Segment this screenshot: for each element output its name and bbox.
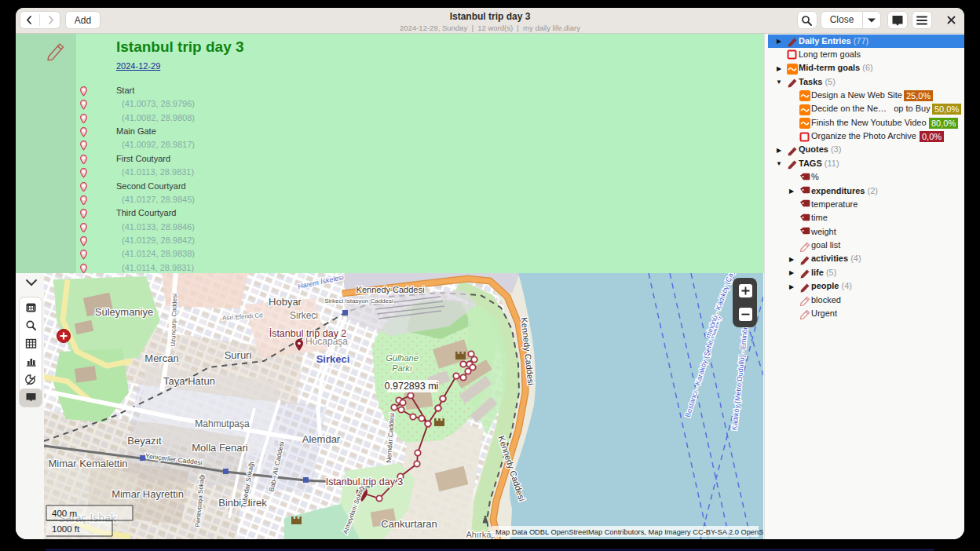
svg-text:Kennedy Caddesi: Kennedy Caddesi bbox=[357, 285, 425, 294]
svg-text:Mahmutpaşa: Mahmutpaşa bbox=[195, 418, 250, 429]
svg-text:Süleymaniye: Süleymaniye bbox=[95, 306, 153, 318]
svg-text:Gülhane: Gülhane bbox=[386, 353, 419, 363]
svg-text:Sirkeci: Sirkeci bbox=[316, 353, 350, 365]
svg-text:Istanbul trip day 3: Istanbul trip day 3 bbox=[326, 476, 404, 487]
svg-text:Map Data ODBL OpenStreetMap Co: Map Data ODBL OpenStreetMap Contributors… bbox=[495, 528, 763, 536]
svg-text:Sururi: Sururi bbox=[225, 349, 252, 361]
svg-text:Sirkeci: Sirkeci bbox=[290, 310, 318, 321]
svg-text:Parkı: Parkı bbox=[392, 363, 412, 373]
svg-text:Cankurtaran: Cankurtaran bbox=[381, 518, 437, 530]
svg-text:Alemdar: Alemdar bbox=[302, 433, 341, 445]
svg-text:1000 ft: 1000 ft bbox=[52, 524, 80, 534]
svg-text:Mercan: Mercan bbox=[144, 352, 178, 364]
svg-text:Beyazıt: Beyazıt bbox=[127, 435, 162, 447]
svg-text:0.972893 mi: 0.972893 mi bbox=[385, 381, 439, 392]
svg-text:Mimar Hayrettin: Mimar Hayrettin bbox=[112, 488, 184, 500]
svg-text:Sirkeci İstasyon Caddesi: Sirkeci İstasyon Caddesi bbox=[324, 297, 393, 305]
svg-text:Hobyar: Hobyar bbox=[269, 296, 302, 308]
svg-text:Molla Fenari: Molla Fenari bbox=[192, 442, 248, 454]
svg-text:Taya Hatun: Taya Hatun bbox=[163, 375, 215, 387]
svg-text:Mimar Kemalettin: Mimar Kemalettin bbox=[48, 458, 127, 469]
svg-text:400 m: 400 m bbox=[52, 509, 77, 518]
svg-text:İstanbul trip day 2: İstanbul trip day 2 bbox=[269, 328, 347, 339]
